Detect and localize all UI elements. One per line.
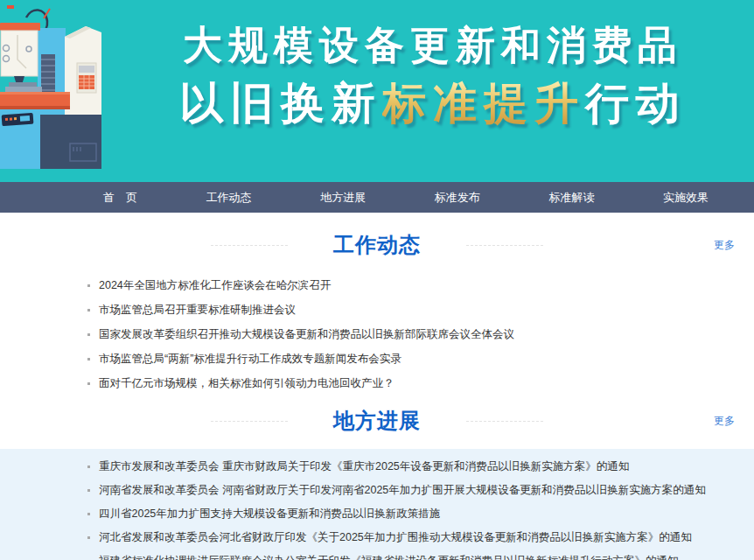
nav-item[interactable]: 标准解读 xyxy=(548,190,594,206)
news-link[interactable]: 河北省发展和改革委员会河北省财政厅印发《关于2025年加力扩围推动大规模设备更新… xyxy=(99,530,692,545)
news-link[interactable]: 市场监管总局召开重要标准研制推进会议 xyxy=(99,303,296,318)
news-item: 重庆市发展和改革委员会 重庆市财政局关于印发《重庆市2025年设备更新和消费品以… xyxy=(87,455,737,479)
news-link[interactable]: 河南省发展和改革委员会 河南省财政厅关于印发河南省2025年加力扩围开展大规模设… xyxy=(99,483,706,498)
bullet-dot xyxy=(87,284,90,287)
banner-titles: 大规模设备更新和消费品 以旧换新标准提升行动 xyxy=(112,23,754,129)
bullet-dot xyxy=(87,309,90,312)
cnc-machine-illustration xyxy=(0,4,107,175)
news-item: 面对千亿元市场规模，相关标准如何引领动力电池回收产业？ xyxy=(87,371,737,396)
news-item: 市场监管总局“两新”标准提升行动工作成效专题新闻发布会实录 xyxy=(87,346,737,371)
more-link[interactable]: 更多 xyxy=(714,237,735,252)
nav-item[interactable]: 首 页 xyxy=(103,190,137,206)
section-local-progress: 地方进展 更多 重庆市发展和改革委员会 重庆市财政局关于印发《重庆市2025年设… xyxy=(0,407,754,560)
bullet-dot xyxy=(87,489,90,492)
heading-rule-left xyxy=(211,245,288,246)
news-item: 河北省发展和改革委员会河北省财政厅印发《关于2025年加力扩围推动大规模设备更新… xyxy=(87,526,737,550)
banner: 大规模设备更新和消费品 以旧换新标准提升行动 xyxy=(0,0,754,182)
banner-title-line2-white1: 以旧换新 xyxy=(179,79,382,128)
news-link[interactable]: 市场监管总局“两新”标准提升行动工作成效专题新闻发布会实录 xyxy=(99,352,401,367)
nav-item[interactable]: 地方进展 xyxy=(320,190,366,206)
news-item: 国家发展改革委组织召开推动大规模设备更新和消费品以旧换新部际联席会议全体会议 xyxy=(87,322,737,346)
news-link[interactable]: 国家发展改革委组织召开推动大规模设备更新和消费品以旧换新部际联席会议全体会议 xyxy=(99,327,514,342)
main-nav: 首 页 工作动态 地方进展 标准发布 标准解读 实施效果 xyxy=(0,182,754,213)
section-title: 地方进展 xyxy=(333,407,421,435)
section-work-updates: 工作动态 更多 2024年全国地方标准化工作座谈会在哈尔滨召开 市场监管总局召开… xyxy=(0,213,754,396)
banner-title-line2-white2: 行动 xyxy=(585,79,687,128)
banner-title-line2-gold: 标准提升 xyxy=(382,79,585,128)
bullet-dot xyxy=(87,358,90,360)
bullet-dot xyxy=(87,382,90,385)
section-head: 工作动态 更多 xyxy=(0,213,754,259)
news-item: 2024年全国地方标准化工作座谈会在哈尔滨召开 xyxy=(87,273,737,298)
news-link[interactable]: 2024年全国地方标准化工作座谈会在哈尔滨召开 xyxy=(99,278,331,293)
news-link[interactable]: 重庆市发展和改革委员会 重庆市财政局关于印发《重庆市2025年设备更新和消费品以… xyxy=(99,459,629,474)
nav-item[interactable]: 工作动态 xyxy=(206,190,252,206)
bullet-dot xyxy=(87,466,90,468)
local-progress-list-background: 重庆市发展和改革委员会 重庆市财政局关于印发《重庆市2025年设备更新和消费品以… xyxy=(0,449,754,560)
news-link[interactable]: 福建省标准化协调推进厅际联席会议办公室关于印发《福建省推进设备更新和消费品以旧换… xyxy=(99,554,679,560)
news-list-local-progress: 重庆市发展和改革委员会 重庆市财政局关于印发《重庆市2025年设备更新和消费品以… xyxy=(0,449,754,560)
heading-rule-left xyxy=(211,421,288,422)
heading-rule-right xyxy=(466,245,543,246)
section-title: 工作动态 xyxy=(333,231,421,259)
nav-item[interactable]: 实施效果 xyxy=(663,190,709,206)
news-item: 四川省2025年加力扩围支持大规模设备更新和消费品以旧换新政策措施 xyxy=(87,502,737,526)
bullet-dot xyxy=(87,536,90,539)
news-item: 市场监管总局召开重要标准研制推进会议 xyxy=(87,298,737,322)
news-list-work-updates: 2024年全国地方标准化工作座谈会在哈尔滨召开 市场监管总局召开重要标准研制推进… xyxy=(0,259,754,396)
more-link[interactable]: 更多 xyxy=(714,414,735,429)
banner-title-line2: 以旧换新标准提升行动 xyxy=(112,79,754,130)
section-head: 地方进展 更多 xyxy=(0,407,754,435)
heading-rule-right xyxy=(466,421,543,422)
bullet-dot xyxy=(87,513,90,515)
news-item: 河南省发展和改革委员会 河南省财政厅关于印发河南省2025年加力扩围开展大规模设… xyxy=(87,479,737,502)
banner-title-line1: 大规模设备更新和消费品 xyxy=(112,23,754,68)
news-link[interactable]: 面对千亿元市场规模，相关标准如何引领动力电池回收产业？ xyxy=(99,376,394,391)
news-link[interactable]: 四川省2025年加力扩围支持大规模设备更新和消费品以旧换新政策措施 xyxy=(99,507,440,522)
news-item: 福建省标准化协调推进厅际联席会议办公室关于印发《福建省推进设备更新和消费品以旧换… xyxy=(87,550,737,560)
nav-item[interactable]: 标准发布 xyxy=(435,190,480,206)
bullet-dot xyxy=(87,333,90,336)
